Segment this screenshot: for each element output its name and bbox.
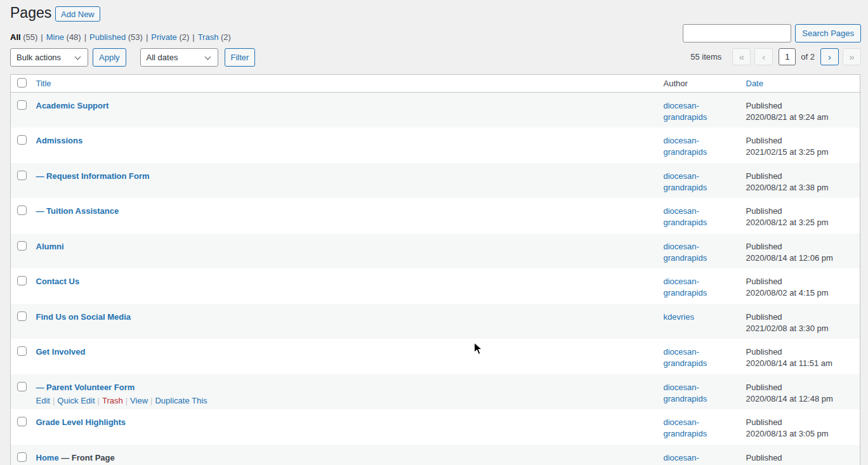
author-link[interactable]: kdevries bbox=[664, 312, 694, 322]
view-filter-links: All (55)|Mine (48)|Published (53)|Privat… bbox=[10, 32, 231, 43]
page-title-link[interactable]: Alumni bbox=[36, 242, 64, 251]
pagination: 55 items « ‹ of 2 › » bbox=[690, 48, 861, 65]
date-value: 2020/08/21 at 9:24 am bbox=[746, 112, 829, 122]
row-checkbox[interactable] bbox=[17, 382, 27, 391]
row-action-edit[interactable]: Edit bbox=[36, 396, 50, 405]
view-filter-count: (2) bbox=[179, 32, 189, 42]
row-actions: Edit|Quick Edit|Trash|View|Duplicate Thi… bbox=[36, 396, 651, 406]
row-action-view[interactable]: View bbox=[130, 396, 148, 405]
total-pages-label: of 2 bbox=[801, 52, 815, 62]
row-action-separator: | bbox=[126, 396, 128, 405]
filter-button[interactable]: Filter bbox=[225, 48, 256, 67]
table-row: Admissions diocesan-grandrapids Publishe… bbox=[11, 128, 860, 163]
status-label: Published bbox=[746, 136, 782, 145]
add-new-button[interactable]: Add New bbox=[55, 6, 100, 22]
page-title-link[interactable]: Get Involved bbox=[36, 347, 86, 357]
row-checkbox[interactable] bbox=[17, 311, 27, 321]
table-row: Alumni diocesan-grandrapids Published 20… bbox=[11, 233, 860, 269]
view-filter-separator: | bbox=[41, 32, 43, 42]
status-label: Published bbox=[746, 277, 782, 286]
last-page-button: » bbox=[843, 48, 861, 65]
row-checkbox[interactable] bbox=[17, 241, 27, 251]
row-action-duplicate[interactable]: Duplicate This bbox=[155, 396, 207, 405]
date-value: 2020/08/14 at 12:06 pm bbox=[746, 253, 833, 263]
page-title-link[interactable]: Contact Us bbox=[36, 277, 80, 286]
status-label: Published bbox=[746, 171, 782, 181]
row-checkbox[interactable] bbox=[17, 206, 27, 215]
author-link[interactable]: diocesan-grandrapids bbox=[664, 383, 707, 403]
view-filter-trash[interactable]: Trash (2) bbox=[198, 32, 231, 42]
pages-list-table: Title Author Date Academic Support dioce… bbox=[10, 74, 860, 465]
author-link[interactable]: diocesan-grandrapids bbox=[664, 277, 707, 298]
search-input[interactable] bbox=[683, 24, 791, 43]
author-link[interactable]: diocesan-grandrapids bbox=[664, 136, 707, 157]
current-page-input[interactable] bbox=[779, 48, 796, 65]
dates-selected-label: All dates bbox=[147, 53, 178, 62]
author-link[interactable]: diocesan-grandrapids bbox=[664, 417, 707, 438]
row-action-trash[interactable]: Trash bbox=[102, 396, 123, 405]
pages-table-body: Academic Support diocesan-grandrapids Pu… bbox=[11, 93, 860, 465]
previous-page-button: ‹ bbox=[754, 48, 773, 65]
chevron-down-icon bbox=[204, 54, 211, 60]
page-title-link[interactable]: Grade Level Highlights bbox=[36, 417, 126, 427]
search-box: Search Pages bbox=[683, 24, 861, 43]
table-row: Find Us on Social Media kdevries Publish… bbox=[11, 304, 860, 339]
author-link[interactable]: diocesan- bbox=[664, 453, 699, 462]
status-label: Published bbox=[746, 383, 782, 392]
page-title-link[interactable]: — Tuition Assistance bbox=[36, 206, 119, 216]
bulk-actions-select[interactable]: Bulk actions bbox=[10, 48, 88, 67]
table-row: Get Involved diocesan-grandrapids Publis… bbox=[11, 339, 860, 374]
chevron-down-icon bbox=[75, 54, 81, 60]
author-link[interactable]: diocesan-grandrapids bbox=[664, 347, 707, 368]
author-link[interactable]: diocesan-grandrapids bbox=[664, 101, 707, 122]
author-column-header: Author bbox=[664, 79, 688, 88]
row-checkbox[interactable] bbox=[17, 346, 27, 356]
status-label: Published bbox=[746, 101, 782, 110]
page-title-link[interactable]: — Request Information Form bbox=[36, 171, 150, 181]
date-value: 2021/02/08 at 3:30 pm bbox=[746, 324, 829, 333]
sort-by-title-header[interactable]: Title bbox=[36, 79, 51, 88]
author-link[interactable]: diocesan-grandrapids bbox=[664, 242, 707, 263]
view-filter-count: (55) bbox=[23, 32, 37, 42]
view-filter-count: (2) bbox=[221, 32, 231, 42]
next-page-button[interactable]: › bbox=[820, 48, 839, 65]
table-row: Contact Us diocesan-grandrapids Publishe… bbox=[11, 268, 860, 304]
view-filter-separator: | bbox=[146, 32, 148, 42]
row-checkbox[interactable] bbox=[17, 100, 27, 110]
view-filter-mine[interactable]: Mine (48) bbox=[46, 32, 81, 42]
author-link[interactable]: diocesan-grandrapids bbox=[664, 171, 707, 192]
row-checkbox[interactable] bbox=[17, 135, 27, 145]
page-title-link[interactable]: Admissions bbox=[36, 136, 83, 145]
row-action-separator: | bbox=[98, 396, 100, 405]
view-filter-published[interactable]: Published (53) bbox=[89, 32, 143, 42]
view-filter-separator: | bbox=[84, 32, 86, 42]
first-page-button: « bbox=[732, 48, 751, 65]
table-row: — Parent Volunteer Form Edit|Quick Edit|… bbox=[11, 374, 860, 410]
row-checkbox[interactable] bbox=[17, 276, 27, 285]
table-row: Grade Level Highlights diocesan-grandrap… bbox=[11, 409, 860, 445]
row-checkbox[interactable] bbox=[17, 417, 27, 426]
page-title: Pages bbox=[10, 4, 51, 22]
page-title-link[interactable]: Academic Support bbox=[36, 101, 109, 110]
row-checkbox[interactable] bbox=[17, 171, 27, 180]
bulk-actions-selected-label: Bulk actions bbox=[16, 53, 61, 62]
row-checkbox[interactable] bbox=[17, 452, 27, 462]
sort-by-date-header[interactable]: Date bbox=[746, 79, 763, 88]
search-pages-button[interactable]: Search Pages bbox=[795, 24, 861, 43]
view-filter-all[interactable]: All (55) bbox=[10, 32, 37, 42]
page-title-link[interactable]: — Parent Volunteer Form bbox=[36, 383, 135, 392]
row-action-quick-edit[interactable]: Quick Edit bbox=[57, 396, 95, 405]
author-link[interactable]: diocesan-grandrapids bbox=[664, 206, 707, 227]
select-all-checkbox[interactable] bbox=[17, 78, 27, 88]
date-value: 2020/08/14 at 11:51 am bbox=[746, 358, 832, 368]
bulk-actions-toolbar: Bulk actions Apply All dates Filter bbox=[10, 48, 255, 67]
table-row: Home — Front Page diocesan- Published bbox=[11, 445, 860, 465]
view-filter-private[interactable]: Private (2) bbox=[151, 32, 189, 42]
dates-filter-select[interactable]: All dates bbox=[140, 48, 218, 67]
status-label: Published bbox=[746, 453, 782, 462]
status-label: Published bbox=[746, 312, 782, 322]
page-state-label: — Front Page bbox=[59, 453, 115, 462]
page-title-link[interactable]: Home bbox=[36, 453, 59, 462]
page-title-link[interactable]: Find Us on Social Media bbox=[36, 312, 131, 322]
apply-button[interactable]: Apply bbox=[93, 48, 126, 67]
